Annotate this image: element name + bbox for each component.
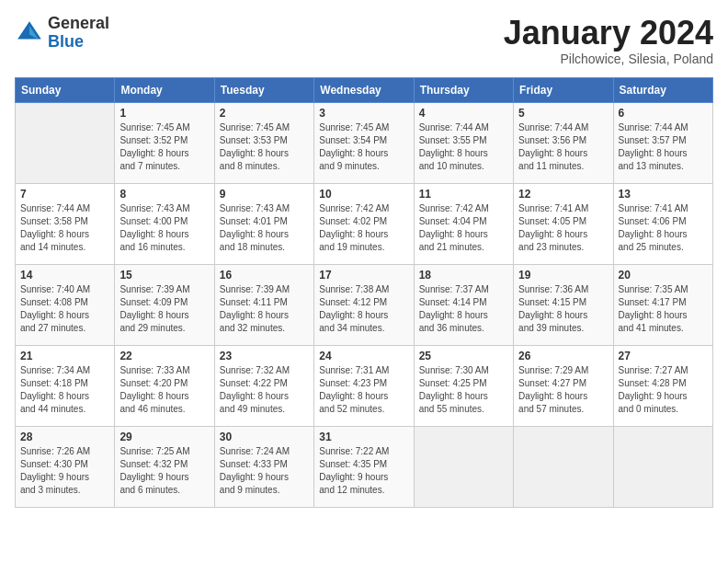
calendar-cell: 23Sunrise: 7:32 AM Sunset: 4:22 PM Dayli…: [214, 345, 313, 426]
day-info: Sunrise: 7:32 AM Sunset: 4:22 PM Dayligh…: [220, 364, 309, 416]
logo-general: General: [48, 15, 109, 33]
day-info: Sunrise: 7:39 AM Sunset: 4:09 PM Dayligh…: [119, 283, 209, 335]
day-number: 21: [20, 350, 109, 362]
weekday-header-wednesday: Wednesday: [314, 77, 414, 102]
day-number: 3: [319, 107, 408, 120]
day-number: 16: [220, 269, 309, 282]
calendar-cell: 9Sunrise: 7:43 AM Sunset: 4:01 PM Daylig…: [214, 183, 313, 264]
calendar-cell: 13Sunrise: 7:41 AM Sunset: 4:06 PM Dayli…: [613, 183, 712, 264]
day-number: 22: [119, 350, 209, 362]
day-number: 24: [319, 350, 408, 362]
day-number: 13: [619, 188, 708, 201]
calendar-body: 1Sunrise: 7:45 AM Sunset: 3:52 PM Daylig…: [16, 102, 713, 507]
day-number: 15: [119, 269, 209, 282]
calendar-cell: 24Sunrise: 7:31 AM Sunset: 4:23 PM Dayli…: [314, 345, 414, 426]
calendar-cell: 7Sunrise: 7:44 AM Sunset: 3:58 PM Daylig…: [16, 183, 115, 264]
day-number: 6: [619, 107, 708, 120]
calendar-cell: 12Sunrise: 7:41 AM Sunset: 4:05 PM Dayli…: [514, 183, 613, 264]
day-number: 29: [119, 431, 209, 443]
day-info: Sunrise: 7:43 AM Sunset: 4:01 PM Dayligh…: [220, 202, 309, 254]
calendar-cell: [514, 426, 613, 507]
weekday-header-row: SundayMondayTuesdayWednesdayThursdayFrid…: [16, 77, 713, 102]
calendar-cell: 1Sunrise: 7:45 AM Sunset: 3:52 PM Daylig…: [115, 102, 214, 183]
week-row-0: 1Sunrise: 7:45 AM Sunset: 3:52 PM Daylig…: [16, 102, 713, 183]
day-info: Sunrise: 7:44 AM Sunset: 3:55 PM Dayligh…: [419, 121, 508, 173]
day-info: Sunrise: 7:43 AM Sunset: 4:00 PM Dayligh…: [119, 202, 209, 254]
day-info: Sunrise: 7:41 AM Sunset: 4:06 PM Dayligh…: [619, 202, 708, 254]
day-number: 30: [220, 431, 309, 443]
day-info: Sunrise: 7:36 AM Sunset: 4:15 PM Dayligh…: [518, 283, 608, 335]
logo-blue: Blue: [48, 33, 109, 52]
day-info: Sunrise: 7:45 AM Sunset: 3:53 PM Dayligh…: [220, 121, 309, 173]
calendar-cell: [16, 102, 115, 183]
day-info: Sunrise: 7:30 AM Sunset: 4:25 PM Dayligh…: [419, 364, 508, 416]
calendar-cell: 28Sunrise: 7:26 AM Sunset: 4:30 PM Dayli…: [16, 426, 115, 507]
calendar-cell: 4Sunrise: 7:44 AM Sunset: 3:55 PM Daylig…: [414, 102, 513, 183]
logo-text: General Blue: [48, 15, 109, 52]
calendar-cell: 22Sunrise: 7:33 AM Sunset: 4:20 PM Dayli…: [115, 345, 214, 426]
calendar-cell: 5Sunrise: 7:44 AM Sunset: 3:56 PM Daylig…: [514, 102, 613, 183]
day-info: Sunrise: 7:27 AM Sunset: 4:28 PM Dayligh…: [619, 364, 708, 416]
calendar-cell: 19Sunrise: 7:36 AM Sunset: 4:15 PM Dayli…: [514, 264, 613, 345]
day-number: 5: [518, 107, 608, 120]
weekday-header-friday: Friday: [514, 77, 613, 102]
calendar-cell: 10Sunrise: 7:42 AM Sunset: 4:02 PM Dayli…: [314, 183, 414, 264]
calendar-cell: 29Sunrise: 7:25 AM Sunset: 4:32 PM Dayli…: [115, 426, 214, 507]
week-row-1: 7Sunrise: 7:44 AM Sunset: 3:58 PM Daylig…: [16, 183, 713, 264]
calendar-cell: 31Sunrise: 7:22 AM Sunset: 4:35 PM Dayli…: [314, 426, 414, 507]
day-number: 28: [20, 431, 109, 443]
calendar-cell: 26Sunrise: 7:29 AM Sunset: 4:27 PM Dayli…: [514, 345, 613, 426]
day-number: 4: [419, 107, 508, 120]
day-number: 12: [518, 188, 608, 201]
weekday-header-saturday: Saturday: [613, 77, 712, 102]
day-info: Sunrise: 7:44 AM Sunset: 3:58 PM Dayligh…: [20, 202, 109, 254]
day-number: 31: [319, 431, 408, 443]
day-number: 27: [619, 350, 708, 362]
location-subtitle: Pilchowice, Silesia, Poland: [504, 52, 713, 66]
day-info: Sunrise: 7:25 AM Sunset: 4:32 PM Dayligh…: [119, 445, 209, 497]
calendar-cell: 3Sunrise: 7:45 AM Sunset: 3:54 PM Daylig…: [314, 102, 414, 183]
week-row-3: 21Sunrise: 7:34 AM Sunset: 4:18 PM Dayli…: [16, 345, 713, 426]
weekday-header-monday: Monday: [115, 77, 214, 102]
calendar-cell: 16Sunrise: 7:39 AM Sunset: 4:11 PM Dayli…: [214, 264, 313, 345]
week-row-2: 14Sunrise: 7:40 AM Sunset: 4:08 PM Dayli…: [16, 264, 713, 345]
calendar-cell: 20Sunrise: 7:35 AM Sunset: 4:17 PM Dayli…: [613, 264, 712, 345]
calendar-cell: 17Sunrise: 7:38 AM Sunset: 4:12 PM Dayli…: [314, 264, 414, 345]
day-info: Sunrise: 7:42 AM Sunset: 4:02 PM Dayligh…: [319, 202, 408, 254]
day-info: Sunrise: 7:22 AM Sunset: 4:35 PM Dayligh…: [319, 445, 408, 497]
calendar-header: SundayMondayTuesdayWednesdayThursdayFrid…: [16, 77, 713, 102]
calendar-cell: 25Sunrise: 7:30 AM Sunset: 4:25 PM Dayli…: [414, 345, 513, 426]
day-info: Sunrise: 7:44 AM Sunset: 3:56 PM Dayligh…: [518, 121, 608, 173]
day-info: Sunrise: 7:31 AM Sunset: 4:23 PM Dayligh…: [319, 364, 408, 416]
day-number: 8: [119, 188, 209, 201]
day-info: Sunrise: 7:42 AM Sunset: 4:04 PM Dayligh…: [419, 202, 508, 254]
weekday-header-tuesday: Tuesday: [214, 77, 313, 102]
calendar-cell: 27Sunrise: 7:27 AM Sunset: 4:28 PM Dayli…: [613, 345, 712, 426]
calendar-cell: [613, 426, 712, 507]
logo-icon: [15, 18, 44, 48]
day-info: Sunrise: 7:38 AM Sunset: 4:12 PM Dayligh…: [319, 283, 408, 335]
day-info: Sunrise: 7:45 AM Sunset: 3:54 PM Dayligh…: [319, 121, 408, 173]
title-area: January 2024 Pilchowice, Silesia, Poland: [504, 15, 713, 66]
calendar-cell: 21Sunrise: 7:34 AM Sunset: 4:18 PM Dayli…: [16, 345, 115, 426]
day-info: Sunrise: 7:44 AM Sunset: 3:57 PM Dayligh…: [619, 121, 708, 173]
day-number: 7: [20, 188, 109, 201]
calendar-cell: 15Sunrise: 7:39 AM Sunset: 4:09 PM Dayli…: [115, 264, 214, 345]
day-info: Sunrise: 7:24 AM Sunset: 4:33 PM Dayligh…: [220, 445, 309, 497]
calendar-cell: 6Sunrise: 7:44 AM Sunset: 3:57 PM Daylig…: [613, 102, 712, 183]
day-info: Sunrise: 7:33 AM Sunset: 4:20 PM Dayligh…: [119, 364, 209, 416]
day-number: 25: [419, 350, 508, 362]
calendar-cell: 8Sunrise: 7:43 AM Sunset: 4:00 PM Daylig…: [115, 183, 214, 264]
calendar-cell: 2Sunrise: 7:45 AM Sunset: 3:53 PM Daylig…: [214, 102, 313, 183]
weekday-header-sunday: Sunday: [16, 77, 115, 102]
day-info: Sunrise: 7:34 AM Sunset: 4:18 PM Dayligh…: [20, 364, 109, 416]
calendar-cell: 11Sunrise: 7:42 AM Sunset: 4:04 PM Dayli…: [414, 183, 513, 264]
logo: General Blue: [15, 15, 109, 52]
calendar-cell: 30Sunrise: 7:24 AM Sunset: 4:33 PM Dayli…: [214, 426, 313, 507]
day-info: Sunrise: 7:26 AM Sunset: 4:30 PM Dayligh…: [20, 445, 109, 497]
day-info: Sunrise: 7:45 AM Sunset: 3:52 PM Dayligh…: [119, 121, 209, 173]
calendar-cell: 18Sunrise: 7:37 AM Sunset: 4:14 PM Dayli…: [414, 264, 513, 345]
day-number: 20: [619, 269, 708, 282]
day-number: 1: [119, 107, 209, 120]
day-number: 23: [220, 350, 309, 362]
